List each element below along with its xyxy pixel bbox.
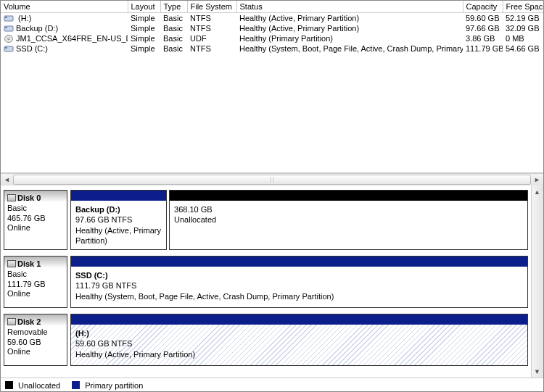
- table-row[interactable]: SSD (C:)SimpleBasicNTFSHealthy (System, …: [1, 43, 543, 54]
- cell-free: 52.19 GB: [503, 13, 543, 24]
- legend-primary: Primary partition: [72, 381, 143, 390]
- svg-point-5: [8, 38, 10, 40]
- scroll-thumb[interactable]: [13, 175, 531, 185]
- cell-volume: SSD (C:): [1, 43, 128, 54]
- partitions: SSD (C:)111.79 GB NTFSHealthy (System, B…: [70, 256, 528, 308]
- cell-type: Basic: [160, 13, 187, 24]
- table-row[interactable]: (H:)SimpleBasicNTFSHealthy (Active, Prim…: [1, 13, 543, 24]
- partition-header: [170, 191, 527, 201]
- cell-capacity: 59.60 GB: [463, 13, 503, 24]
- cell-layout: Simple: [128, 33, 160, 43]
- partition[interactable]: (H:)59.60 GB NTFSHealthy (Active, Primar…: [70, 314, 528, 366]
- svg-rect-1: [5, 17, 7, 18]
- disk-icon: [7, 260, 16, 267]
- primary-swatch-icon: [72, 381, 80, 389]
- cell-capacity: 97.66 GB: [463, 23, 503, 33]
- svg-rect-7: [5, 47, 7, 49]
- cell-volume: JM1_CCSA_X64FRE_EN-US_DV5 (F:): [1, 33, 128, 43]
- cell-capacity: 3.86 GB: [463, 33, 503, 43]
- table-row[interactable]: Backup (D:)SimpleBasicNTFSHealthy (Activ…: [1, 23, 543, 33]
- cell-status: Healthy (Active, Primary Partition): [236, 23, 463, 33]
- partition-body: (H:)59.60 GB NTFSHealthy (Active, Primar…: [71, 325, 527, 365]
- disk-row: Disk 2Removable59.60 GBOnline (H:)59.60 …: [4, 314, 528, 366]
- horizontal-scrollbar[interactable]: ◄ ►: [1, 173, 543, 185]
- scroll-down-arrow-icon[interactable]: ▼: [532, 365, 543, 378]
- cell-status: Healthy (Primary Partition): [236, 33, 463, 43]
- cell-fs: UDF: [187, 33, 236, 43]
- cell-status: Healthy (Active, Primary Partition): [236, 13, 463, 24]
- col-volume[interactable]: Volume: [1, 1, 128, 13]
- disk-info[interactable]: Disk 1Basic111.79 GBOnline: [4, 256, 67, 308]
- legend-unallocated: Unallocated: [5, 381, 60, 390]
- partition[interactable]: SSD (C:)111.79 GB NTFSHealthy (System, B…: [70, 256, 528, 308]
- vertical-scrollbar[interactable]: ▲ ▼: [531, 185, 543, 378]
- partitions: (H:)59.60 GB NTFSHealthy (Active, Primar…: [70, 314, 528, 366]
- disk-map-pane[interactable]: Disk 0Basic465.76 GBOnlineBackup (D:)97.…: [1, 185, 531, 378]
- cell-volume: (H:): [1, 13, 128, 24]
- cell-free: 32.09 GB: [503, 23, 543, 33]
- unallocated-swatch-icon: [5, 381, 13, 389]
- svg-rect-3: [5, 27, 7, 28]
- col-type[interactable]: Type: [160, 1, 187, 13]
- cell-fs: NTFS: [187, 13, 236, 24]
- col-status[interactable]: Status: [236, 1, 463, 13]
- col-capacity[interactable]: Capacity: [463, 1, 503, 13]
- cell-layout: Simple: [128, 23, 160, 33]
- cell-volume: Backup (D:): [1, 23, 128, 33]
- disk-info[interactable]: Disk 2Removable59.60 GBOnline: [4, 314, 67, 366]
- partition[interactable]: Backup (D:)97.66 GB NTFSHealthy (Active,…: [70, 190, 167, 250]
- partition[interactable]: 368.10 GBUnallocated: [169, 190, 528, 250]
- cell-type: Basic: [160, 43, 187, 54]
- partition-body: 368.10 GBUnallocated: [170, 201, 527, 249]
- partition-header: [71, 314, 527, 325]
- partition-body: SSD (C:)111.79 GB NTFSHealthy (System, B…: [71, 267, 527, 307]
- cell-type: Basic: [160, 33, 187, 43]
- cell-status: Healthy (System, Boot, Page File, Active…: [236, 43, 463, 54]
- table-row[interactable]: JM1_CCSA_X64FRE_EN-US_DV5 (F:)SimpleBasi…: [1, 33, 543, 43]
- disk-info[interactable]: Disk 0Basic465.76 GBOnline: [4, 190, 67, 250]
- volume-list-pane[interactable]: Volume Layout Type File System Status Ca…: [1, 1, 543, 173]
- col-filesystem[interactable]: File System: [187, 1, 236, 13]
- cell-type: Basic: [160, 23, 187, 33]
- cell-capacity: 111.79 GB: [463, 43, 503, 54]
- col-freespace[interactable]: Free Space: [503, 1, 543, 13]
- cell-layout: Simple: [128, 43, 160, 54]
- cell-free: 0 MB: [503, 33, 543, 43]
- volume-table: Volume Layout Type File System Status Ca…: [1, 1, 543, 54]
- scroll-up-arrow-icon[interactable]: ▲: [532, 185, 543, 198]
- disk-icon: [7, 318, 16, 325]
- cell-fs: NTFS: [187, 23, 236, 33]
- col-layout[interactable]: Layout: [128, 1, 160, 13]
- legend: Unallocated Primary partition: [1, 378, 543, 392]
- scroll-left-arrow-icon[interactable]: ◄: [1, 174, 13, 185]
- partition-header: [71, 257, 527, 267]
- disk-icon: [7, 194, 16, 201]
- scroll-right-arrow-icon[interactable]: ►: [531, 174, 543, 185]
- partition-body: Backup (D:)97.66 GB NTFSHealthy (Active,…: [71, 201, 166, 249]
- cell-free: 54.66 GB: [503, 43, 543, 54]
- partition-header: [71, 191, 166, 201]
- disk-row: Disk 0Basic465.76 GBOnlineBackup (D:)97.…: [4, 190, 528, 250]
- partitions: Backup (D:)97.66 GB NTFSHealthy (Active,…: [70, 190, 528, 250]
- cell-layout: Simple: [128, 13, 160, 24]
- disk-row: Disk 1Basic111.79 GBOnlineSSD (C:)111.79…: [4, 256, 528, 308]
- column-header-row: Volume Layout Type File System Status Ca…: [1, 1, 543, 13]
- cell-fs: NTFS: [187, 43, 236, 54]
